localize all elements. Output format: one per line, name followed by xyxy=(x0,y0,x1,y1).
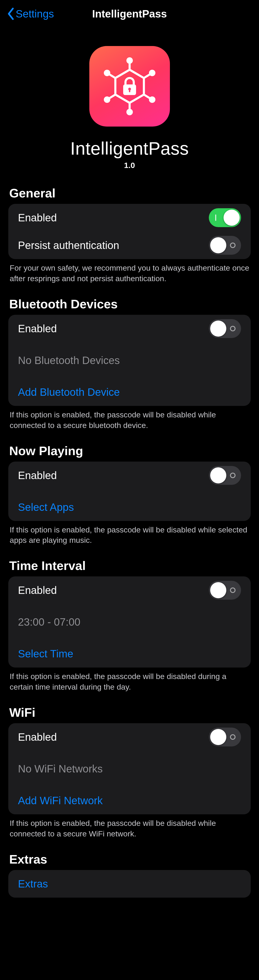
toggle-off-icon xyxy=(230,734,235,740)
toggle-off-icon xyxy=(230,326,235,331)
navbar: Settings IntelligentPass xyxy=(0,0,259,28)
app-version: 1.0 xyxy=(124,161,135,170)
label-wifi-empty: No WiFi Networks xyxy=(18,762,103,775)
footer-bluetooth: If this option is enabled, the passcode … xyxy=(0,406,259,439)
toggle-knob xyxy=(210,467,226,484)
toggle-tick-icon xyxy=(215,215,216,221)
back-button[interactable]: Settings xyxy=(7,8,54,20)
row-timeinterval-select[interactable]: Select Time xyxy=(8,640,251,668)
toggle-timeinterval-enabled[interactable] xyxy=(209,581,241,600)
row-wifi-enabled[interactable]: Enabled xyxy=(8,723,251,751)
label-timeinterval-enabled: Enabled xyxy=(18,584,57,597)
label-wifi-enabled: Enabled xyxy=(18,731,57,743)
toggle-knob xyxy=(224,210,240,226)
row-bluetooth-empty: No Bluetooth Devices xyxy=(8,347,251,374)
row-wifi-add[interactable]: Add WiFi Network xyxy=(8,787,251,815)
section-header-wifi: WiFi xyxy=(0,701,259,723)
toggle-bluetooth-enabled[interactable] xyxy=(209,319,241,338)
group-bluetooth: Enabled No Bluetooth Devices Add Bluetoo… xyxy=(8,315,251,406)
hero: IntelligentPass 1.0 xyxy=(0,28,259,181)
row-bluetooth-enabled[interactable]: Enabled xyxy=(8,315,251,342)
link-bluetooth-add[interactable]: Add Bluetooth Device xyxy=(18,386,241,398)
row-nowplaying-enabled[interactable]: Enabled xyxy=(8,461,251,489)
toggle-nowplaying-enabled[interactable] xyxy=(209,466,241,485)
group-wifi: Enabled No WiFi Networks Add WiFi Networ… xyxy=(8,723,251,815)
toggle-off-icon xyxy=(230,473,235,478)
link-timeinterval-select[interactable]: Select Time xyxy=(18,648,241,660)
group-timeinterval: Enabled 23:00 - 07:00 Select Time xyxy=(8,576,251,668)
footer-general: For your own safety, we recommend you to… xyxy=(0,259,259,292)
toggle-knob xyxy=(210,321,226,337)
row-general-enabled[interactable]: Enabled xyxy=(8,204,251,231)
section-header-extras: Extras xyxy=(0,848,259,870)
label-general-persist: Persist authentication xyxy=(18,239,119,251)
label-general-enabled: Enabled xyxy=(18,212,57,224)
svg-point-9 xyxy=(149,96,155,103)
footer-timeinterval: If this option is enabled, the passcode … xyxy=(0,668,259,701)
app-icon xyxy=(90,46,170,127)
toggle-general-persist[interactable] xyxy=(209,236,241,255)
toggle-knob xyxy=(210,582,226,598)
row-bluetooth-add[interactable]: Add Bluetooth Device xyxy=(8,378,251,406)
section-header-nowplaying: Now Playing xyxy=(0,439,259,461)
label-timeinterval-range: 23:00 - 07:00 xyxy=(18,616,80,628)
network-lock-icon xyxy=(100,56,160,116)
app-name: IntelligentPass xyxy=(70,138,189,159)
section-header-timeinterval: Time Interval xyxy=(0,554,259,576)
toggle-knob xyxy=(210,729,226,745)
row-wifi-empty: No WiFi Networks xyxy=(8,755,251,783)
svg-point-7 xyxy=(126,57,133,64)
toggle-general-enabled[interactable] xyxy=(209,208,241,227)
link-nowplaying-select[interactable]: Select Apps xyxy=(18,501,241,513)
svg-rect-15 xyxy=(129,89,130,92)
footer-wifi: If this option is enabled, the passcode … xyxy=(0,815,259,848)
svg-point-11 xyxy=(104,96,110,103)
svg-point-8 xyxy=(149,70,155,76)
row-timeinterval-enabled[interactable]: Enabled xyxy=(8,576,251,604)
row-general-persist[interactable]: Persist authentication xyxy=(8,231,251,259)
label-bluetooth-enabled: Enabled xyxy=(18,322,57,335)
label-nowplaying-enabled: Enabled xyxy=(18,469,57,482)
link-wifi-add[interactable]: Add WiFi Network xyxy=(18,794,241,807)
nav-title: IntelligentPass xyxy=(92,8,167,20)
group-extras: Extras xyxy=(8,870,251,897)
group-general: Enabled Persist authentication xyxy=(8,204,251,259)
toggle-off-icon xyxy=(230,587,235,593)
back-label: Settings xyxy=(16,8,54,20)
row-nowplaying-select[interactable]: Select Apps xyxy=(8,493,251,521)
row-extras[interactable]: Extras xyxy=(8,870,251,897)
section-header-general: General xyxy=(0,181,259,204)
chevron-left-icon xyxy=(7,8,14,20)
toggle-knob xyxy=(210,237,226,253)
toggle-off-icon xyxy=(230,242,235,248)
label-bluetooth-empty: No Bluetooth Devices xyxy=(18,354,120,367)
section-header-bluetooth: Bluetooth Devices xyxy=(0,292,259,315)
group-nowplaying: Enabled Select Apps xyxy=(8,461,251,521)
footer-nowplaying: If this option is enabled, the passcode … xyxy=(0,521,259,554)
svg-point-10 xyxy=(126,109,133,115)
link-extras[interactable]: Extras xyxy=(18,878,241,890)
row-timeinterval-range: 23:00 - 07:00 xyxy=(8,608,251,636)
toggle-wifi-enabled[interactable] xyxy=(209,727,241,746)
svg-point-12 xyxy=(104,70,110,76)
